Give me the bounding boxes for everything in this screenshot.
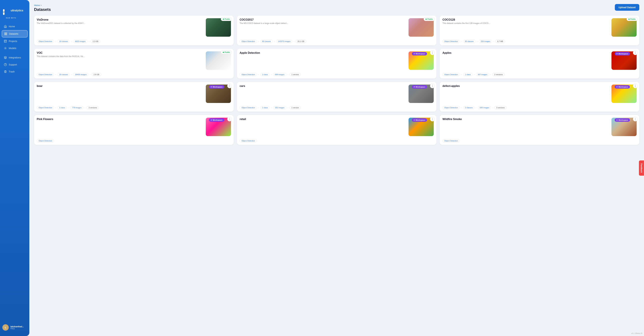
badge-workspace: ⟳Workspace — [615, 118, 630, 122]
images-tag: 770 images — [70, 106, 83, 109]
dataset-card-apples[interactable]: Apples ⟳Workspace ⋮ Object Detection ·1 … — [440, 49, 639, 79]
more-options-button[interactable]: ⋮ — [633, 84, 638, 88]
feedback-tab[interactable]: Feedback — [639, 160, 644, 176]
workspace-icon: ⟳ — [616, 119, 618, 121]
upload-dataset-button[interactable]: Upload Dataset — [615, 4, 639, 11]
dataset-card-wildfire-smoke[interactable]: Wildfire Smoke ⟳Workspace ⋮ Object Detec… — [440, 115, 639, 145]
images-tag: 699 images — [478, 106, 491, 109]
sidebar-item-integrations-label: Integrations — [9, 56, 21, 59]
sidebar-item-support[interactable]: Support — [2, 61, 28, 68]
size-tag: 6.7 MB — [496, 40, 505, 43]
card-footer: Object Detection ·20 classes ·26455 imag… — [34, 71, 234, 79]
card-info: Apple Detection — [240, 51, 409, 70]
classes-tag: 2 classes — [463, 106, 474, 109]
classes-tag: 10 classes — [57, 40, 70, 43]
card-info: VOC This dataset contains the data from … — [37, 51, 206, 70]
dataset-card-coco128[interactable]: COCO128 This dataset contains the first … — [440, 15, 639, 45]
badge-public: Public — [626, 17, 638, 21]
badge-dot — [223, 52, 224, 53]
sidebar-nav: Home Datasets Projects — [0, 23, 29, 322]
size-tag: 2.8 GB — [92, 73, 101, 76]
sidebar-item-home-label: Home — [9, 25, 15, 28]
badge-public: Public — [424, 17, 435, 21]
logo-text: ultralytics HUB BETA — [6, 5, 28, 19]
card-top: COCO128 This dataset contains the first … — [440, 15, 639, 38]
dataset-card-retail[interactable]: retail ⟳Workspace ⋮ Object Detection — [237, 115, 436, 145]
card-title: Wildfire Smoke — [442, 118, 610, 121]
integrations-icon — [4, 56, 7, 59]
sidebar-item-support-label: Support — [9, 63, 17, 66]
classes-tag: 80 classes — [260, 40, 273, 43]
sidebar-item-models[interactable]: Models — [2, 45, 28, 52]
dataset-card-coco2017[interactable]: COCO2017 The MS COCO dataset is a large-… — [237, 15, 436, 45]
sidebar-item-integrations[interactable]: Integrations — [2, 54, 28, 61]
logo-icon: U — [3, 9, 4, 15]
badge-workspace: ⟳Workspace — [615, 85, 630, 89]
breadcrumb-home[interactable]: Home — [34, 4, 40, 6]
logo: U ultralytics HUB BETA — [0, 3, 29, 23]
avatar: L — [2, 324, 9, 331]
workspace-icon: ⟳ — [211, 86, 212, 88]
card-info: COCO2017 The MS COCO dataset is a large-… — [240, 18, 409, 37]
more-options-button[interactable]: ⋮ — [227, 84, 232, 88]
card-image — [206, 51, 231, 70]
version-badge: v0.1.18beta.28 — [631, 333, 642, 334]
dataset-card-boar[interactable]: boar ⟳Workspace ⋮ Object Detection ·1 cl… — [34, 82, 234, 112]
card-info: Apples — [442, 51, 612, 70]
more-options-button[interactable]: ⋮ — [430, 117, 435, 121]
classes-tag: 1 class — [57, 106, 67, 109]
images-tag: 152 images — [273, 106, 286, 109]
task-tag: Object Detection — [37, 139, 54, 143]
images-tag: 987 images — [476, 73, 489, 76]
user-profile[interactable]: L lakshanthad... FREE — [0, 322, 29, 333]
card-info: defect-apples — [442, 85, 612, 103]
svg-rect-1 — [6, 33, 7, 33]
card-top: Apple Detection ⟳Workspace ⋮ — [237, 49, 436, 71]
card-info: retail — [240, 118, 409, 136]
card-image — [206, 18, 231, 37]
more-options-button[interactable]: ⋮ — [430, 84, 435, 88]
page-header: Home > Datasets Upload Dataset — [34, 4, 639, 12]
card-info: VisDrone The VisDrone2021 dataset is col… — [37, 18, 206, 37]
task-tag: Object Detection — [240, 40, 257, 43]
card-desc: The VisDrone2021 dataset is collected by… — [37, 22, 204, 25]
more-options-button[interactable]: ⋮ — [227, 117, 232, 121]
badge-workspace: ⟳Workspace — [412, 52, 427, 55]
task-tag: Object Detection — [442, 73, 460, 76]
classes-tag: 1 class — [260, 106, 270, 109]
dataset-card-apple-detection[interactable]: Apple Detection ⟳Workspace ⋮ Object Dete… — [237, 49, 436, 79]
sidebar-item-trash[interactable]: Trash — [2, 68, 28, 75]
card-footer: Object Detection ·10 classes ·8625 image… — [34, 38, 234, 45]
badge-public: Public — [221, 17, 232, 21]
dataset-card-pink-flowers[interactable]: Pink Flowers ⟳Workspace ⋮ Object Detecti… — [34, 115, 234, 145]
sidebar-item-home[interactable]: Home — [2, 23, 28, 30]
card-desc: This dataset contains the first 128 imag… — [442, 22, 610, 25]
dataset-card-defect-apples[interactable]: defect-apples ⟳Workspace ⋮ Object Detect… — [440, 82, 639, 112]
logo-sub: HUB BETA — [6, 17, 16, 19]
sidebar-item-datasets[interactable]: Datasets — [2, 30, 28, 37]
sidebar-item-projects[interactable]: Projects — [2, 38, 28, 44]
workspace-icon: ⟳ — [414, 53, 415, 55]
badge-dot — [426, 18, 427, 20]
images-tag: 256 images — [479, 40, 492, 43]
badge-public: Public — [221, 50, 232, 54]
badge-dot — [628, 18, 630, 20]
more-options-button[interactable]: ⋮ — [633, 50, 638, 55]
page-title-area: Home > Datasets — [34, 4, 51, 12]
card-top: cars ⟳Workspace ⋮ — [237, 82, 436, 104]
user-plan: FREE — [10, 328, 24, 330]
dataset-card-voc[interactable]: VOC This dataset contains the data from … — [34, 49, 234, 79]
more-options-button[interactable]: ⋮ — [633, 117, 638, 121]
images-tag: 699 images — [273, 73, 286, 76]
size-tag: 1 version — [290, 73, 301, 76]
card-top: VOC This dataset contains the data from … — [34, 49, 234, 71]
card-top: Pink Flowers ⟳Workspace ⋮ — [34, 115, 234, 138]
logo-main: ultralytics — [6, 5, 28, 16]
card-footer: Object Detection ·80 classes ·256 images… — [440, 38, 639, 45]
svg-rect-0 — [4, 33, 5, 33]
dataset-card-visdrone[interactable]: VisDrone The VisDrone2021 dataset is col… — [34, 15, 234, 45]
card-top: retail ⟳Workspace ⋮ — [237, 115, 436, 138]
more-options-button[interactable]: ⋮ — [430, 50, 435, 55]
dataset-card-cars[interactable]: cars ⟳Workspace ⋮ Object Detection ·1 cl… — [237, 82, 436, 112]
card-info: Wildfire Smoke — [442, 118, 612, 136]
